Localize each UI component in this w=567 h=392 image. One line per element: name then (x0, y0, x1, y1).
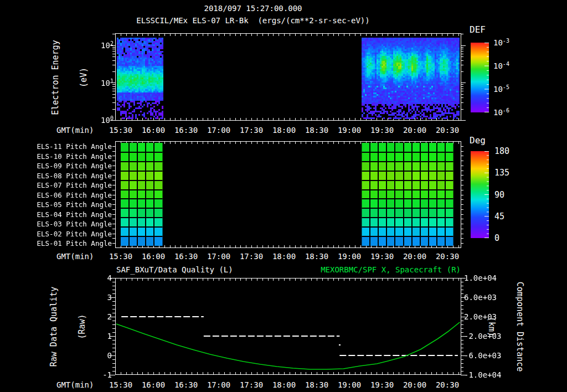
gmt-axis-label: GMT(min) (56, 380, 94, 389)
energy-tick-label: 100 (85, 116, 114, 125)
time-tick-label: 17:00 (204, 380, 233, 389)
time-tick-label: 18:30 (302, 126, 331, 135)
time-tick-label: 20:30 (433, 126, 462, 135)
time-tick-label: 16:00 (139, 380, 168, 389)
timestamp-title: 2018/097 15:27:00.000 (87, 4, 419, 13)
deg-colorbar (471, 151, 489, 238)
pitch-row-label: ELS-05 Pitch Angle (17, 200, 112, 209)
pitch-row-label: ELS-10 Pitch Angle (17, 152, 112, 161)
quality-tick-label: 0 (83, 351, 112, 360)
time-tick-label: 19:30 (368, 252, 396, 261)
quality-tick-label: 4 (83, 274, 112, 282)
time-tick-label: 20:30 (433, 380, 462, 389)
def-colorbar (471, 43, 489, 112)
time-tick-label: 17:30 (237, 380, 266, 389)
series-title-right: MEXORBMC/SPF X, Spacecraft (R) (239, 265, 461, 274)
time-tick-label: 17:30 (237, 126, 266, 135)
quality-tick-label: 2 (83, 312, 112, 321)
time-tick-label: 15:30 (106, 380, 135, 389)
deg-colorbar-title: Deg (470, 135, 486, 146)
time-tick-label: 15:30 (106, 126, 135, 135)
time-tick-label: 16:30 (172, 126, 200, 135)
time-tick-label: 19:30 (368, 126, 396, 135)
time-tick-label: 17:30 (237, 252, 266, 261)
pitch-row-label: ELS-07 Pitch Angle (17, 181, 112, 190)
deg-colorbar-tick-label: 90 (494, 190, 504, 199)
pitch-row-label: ELS-08 Pitch Angle (17, 172, 112, 180)
time-tick-label: 18:30 (302, 380, 331, 389)
energy-tick-label: 101 (85, 79, 114, 87)
time-tick-label: 18:00 (270, 252, 298, 261)
time-tick-label: 20:30 (433, 252, 462, 261)
instrument-title: ELSSCIL/MEx ELS-07 LR-Bk (ergs/(cm**2-sr… (87, 16, 419, 25)
energy-axis-label: Electron Energy (eV) (32, 33, 51, 122)
def-colorbar-title: DEF (470, 24, 486, 35)
distance-tick-label: 2.0e+03 (464, 312, 497, 321)
gmt-axis-label: GMT(min) (56, 126, 94, 135)
pitch-row-label: ELS-04 Pitch Angle (17, 210, 112, 219)
distance-tick-label: -1.0e+04 (464, 370, 501, 379)
time-tick-label: 20:00 (400, 252, 429, 261)
deg-colorbar-tick-label: 180 (494, 147, 509, 156)
energy-spectrogram-canvas (109, 33, 467, 122)
distance-tick-label: -2.0e+03 (464, 332, 501, 341)
deg-colorbar-tick-label: 135 (494, 168, 509, 177)
deg-colorbar-tick-label: 0 (494, 234, 499, 243)
quality-tick-label: 3 (83, 293, 112, 302)
time-tick-label: 17:00 (204, 252, 233, 261)
time-tick-label: 20:00 (400, 126, 429, 135)
def-colorbar-tick-label: 10-6 (493, 108, 509, 117)
time-tick-label: 16:30 (172, 252, 200, 261)
time-tick-label: 16:00 (139, 126, 168, 135)
time-tick-label: 19:30 (368, 380, 396, 389)
distance-axis-label: Component Distance (km) (524, 255, 543, 392)
pitch-row-label: ELS-02 Pitch Angle (17, 230, 112, 239)
plot-screen: 2018/097 15:27:00.000 ELSSCIL/MEx ELS-07… (0, 0, 567, 392)
pitch-row-label: ELS-03 Pitch Angle (17, 220, 112, 229)
quality-tick-label: -1 (83, 370, 112, 379)
time-tick-label: 18:00 (270, 126, 298, 135)
quality-distance-canvas (109, 278, 467, 376)
pitch-row-label: ELS-11 Pitch Angle (17, 142, 112, 151)
distance-tick-label: -6.0e+03 (464, 351, 501, 360)
def-colorbar-tick-label: 10-5 (493, 85, 509, 94)
def-colorbar-tick-label: 10-4 (493, 61, 509, 70)
gmt-axis-label: GMT(min) (56, 252, 94, 261)
time-tick-label: 18:00 (270, 380, 298, 389)
energy-tick-label: 102 (85, 41, 114, 50)
time-tick-label: 19:00 (335, 252, 364, 261)
time-tick-label: 16:00 (139, 252, 168, 261)
time-tick-label: 19:00 (335, 380, 364, 389)
pitch-row-label: ELS-09 Pitch Angle (17, 162, 112, 171)
quality-tick-label: 1 (83, 332, 112, 341)
time-tick-label: 17:00 (204, 126, 233, 135)
distance-tick-label: 1.0e+04 (464, 274, 497, 282)
time-tick-label: 19:00 (335, 126, 364, 135)
deg-colorbar-tick-label: 45 (494, 212, 504, 221)
pitch-angle-canvas (109, 141, 467, 249)
pitch-row-label: ELS-01 Pitch Angle (17, 239, 112, 248)
time-tick-label: 20:00 (400, 380, 429, 389)
quality-axis-label: Raw Data Quality (Raw) (30, 266, 49, 388)
time-tick-label: 16:30 (172, 380, 200, 389)
time-tick-label: 18:30 (302, 252, 331, 261)
pitch-row-label: ELS-06 Pitch Angle (17, 191, 112, 200)
distance-tick-label: 6.0e+03 (464, 293, 497, 302)
time-tick-label: 15:30 (106, 252, 135, 261)
def-colorbar-tick-label: 10-3 (493, 38, 509, 47)
series-title-left: SAF_BXuT/Data Quality (L) (116, 265, 233, 274)
